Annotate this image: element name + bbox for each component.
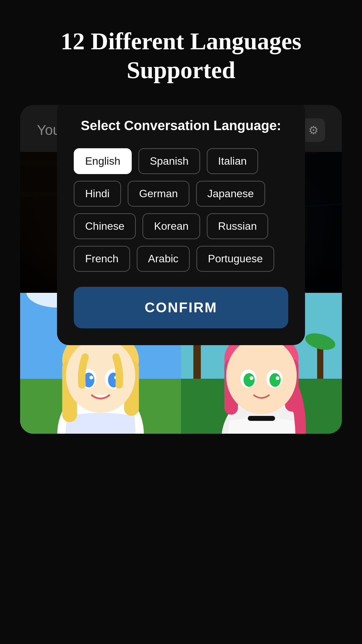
svg-point-59 xyxy=(89,376,93,379)
page-title: 12 Different Languages Supported xyxy=(0,0,362,105)
svg-rect-79 xyxy=(248,416,275,421)
svg-point-54 xyxy=(66,338,135,413)
lang-btn-chinese[interactable]: Chinese xyxy=(74,213,136,239)
app-container: Your Girlfriends ⚙ xyxy=(20,105,342,434)
lang-btn-russian[interactable]: Russian xyxy=(207,213,268,239)
confirm-button[interactable]: CONFIRM xyxy=(74,287,288,328)
settings-icon[interactable]: ⚙ xyxy=(302,118,325,142)
lang-btn-spanish[interactable]: Spanish xyxy=(138,148,200,174)
modal-title: Select Conversation Language: xyxy=(74,118,288,133)
lang-btn-arabic[interactable]: Arabic xyxy=(137,246,190,272)
lang-btn-italian[interactable]: Italian xyxy=(207,148,258,174)
lang-btn-hindi[interactable]: Hindi xyxy=(74,181,121,207)
language-grid: EnglishSpanishItalianHindiGermanJapanese… xyxy=(74,148,288,272)
svg-point-76 xyxy=(269,373,281,387)
girlfriends-grid-top: Sakura xyxy=(20,152,342,293)
svg-point-77 xyxy=(250,376,253,380)
lang-btn-english[interactable]: English xyxy=(74,148,132,174)
lang-btn-german[interactable]: German xyxy=(128,181,189,207)
lang-btn-japanese[interactable]: Japanese xyxy=(196,181,265,207)
svg-point-78 xyxy=(276,376,279,380)
lang-btn-korean[interactable]: Korean xyxy=(142,213,200,239)
language-modal: Select Conversation Language: EnglishSpa… xyxy=(57,105,305,345)
svg-point-75 xyxy=(243,373,254,387)
lang-btn-french[interactable]: French xyxy=(74,246,130,272)
modal-overlay: Select Conversation Language: EnglishSpa… xyxy=(20,152,342,293)
lang-btn-portuguese[interactable]: Portuguese xyxy=(196,246,274,272)
svg-point-72 xyxy=(226,337,297,414)
